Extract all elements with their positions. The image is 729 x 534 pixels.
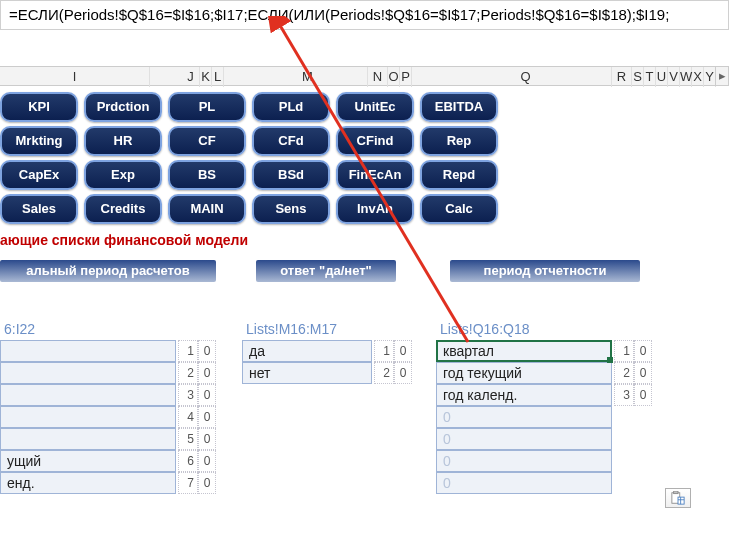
- nav-btn-unitec[interactable]: UnitEc: [336, 92, 414, 122]
- nav-button-grid: KPIPrdctionPLPLdUnitEcEBITDAMrktingHRCFC…: [0, 92, 498, 224]
- list-item[interactable]: год текущий20: [436, 362, 652, 384]
- header-period-calc: альный период расчетов: [0, 260, 216, 282]
- list-item[interactable]: 0: [436, 406, 652, 428]
- nav-btn-pld[interactable]: PLd: [252, 92, 330, 122]
- col-header-N[interactable]: N: [368, 67, 388, 87]
- cell-index: 7: [178, 472, 198, 494]
- nav-btn-rep[interactable]: Rep: [420, 126, 498, 156]
- col-header-S[interactable]: S: [632, 67, 644, 87]
- list-item[interactable]: квартал10: [436, 340, 652, 362]
- cell-value[interactable]: [0, 362, 176, 384]
- cell-index: 3: [178, 384, 198, 406]
- formula-bar[interactable]: =ЕСЛИ(Periods!$Q$16=$I$16;$I17;ЕСЛИ(ИЛИ(…: [0, 0, 729, 30]
- cell-flag: 0: [394, 362, 412, 384]
- cell-value[interactable]: ущий: [0, 450, 176, 472]
- cell-value[interactable]: [0, 406, 176, 428]
- section-title: ающие списки финансовой модели: [0, 232, 248, 248]
- nav-btn-calc[interactable]: Calc: [420, 194, 498, 224]
- nav-btn-mrkting[interactable]: Mrkting: [0, 126, 78, 156]
- col-header-U[interactable]: U: [656, 67, 668, 87]
- cell-index: 6: [178, 450, 198, 472]
- list-item[interactable]: 0: [436, 428, 652, 450]
- nav-btn-bsd[interactable]: BSd: [252, 160, 330, 190]
- col-header-O[interactable]: O: [388, 67, 400, 87]
- nav-btn-ebitda[interactable]: EBITDA: [420, 92, 498, 122]
- cell-index: 2: [178, 362, 198, 384]
- cell-value[interactable]: енд.: [0, 472, 176, 494]
- col-header-P[interactable]: P: [400, 67, 412, 87]
- nav-btn-finecan[interactable]: FinEcAn: [336, 160, 414, 190]
- header-report-period: период отчетности: [450, 260, 640, 282]
- list-item[interactable]: ущий60: [0, 450, 216, 472]
- cell-flag: 0: [198, 384, 216, 406]
- cell-index: 4: [178, 406, 198, 428]
- paste-options-button[interactable]: [665, 488, 691, 508]
- cell-value[interactable]: 0: [436, 428, 612, 450]
- list-yes-no: Lists!M16:M17да10нет20: [242, 318, 422, 384]
- list-item[interactable]: 20: [0, 362, 216, 384]
- cell-index: 3: [614, 384, 634, 406]
- list-item[interactable]: 40: [0, 406, 216, 428]
- nav-btn-kpi[interactable]: KPI: [0, 92, 78, 122]
- list-item[interactable]: 0: [436, 450, 652, 472]
- cell-value[interactable]: [0, 384, 176, 406]
- list-item[interactable]: 10: [0, 340, 216, 362]
- list-item[interactable]: 50: [0, 428, 216, 450]
- cell-value[interactable]: нет: [242, 362, 372, 384]
- scroll-right-button[interactable]: ▸: [715, 66, 729, 86]
- nav-btn-main[interactable]: MAIN: [168, 194, 246, 224]
- nav-btn-bs[interactable]: BS: [168, 160, 246, 190]
- nav-btn-cf[interactable]: CF: [168, 126, 246, 156]
- nav-btn-hr[interactable]: HR: [84, 126, 162, 156]
- nav-btn-exp[interactable]: Exp: [84, 160, 162, 190]
- cell-value[interactable]: 0: [436, 472, 612, 494]
- cell-index: 2: [614, 362, 634, 384]
- list-item[interactable]: год календ.30: [436, 384, 652, 406]
- nav-btn-pl[interactable]: PL: [168, 92, 246, 122]
- nav-btn-credits[interactable]: Credits: [84, 194, 162, 224]
- nav-btn-invan[interactable]: InvAn: [336, 194, 414, 224]
- col-header-T[interactable]: T: [644, 67, 656, 87]
- cell-flag: 0: [394, 340, 412, 362]
- list-item[interactable]: нет20: [242, 362, 422, 384]
- nav-btn-repd[interactable]: Repd: [420, 160, 498, 190]
- col-header-X[interactable]: X: [692, 67, 704, 87]
- nav-btn-prdction[interactable]: Prdction: [84, 92, 162, 122]
- nav-btn-sales[interactable]: Sales: [0, 194, 78, 224]
- list-item[interactable]: 0: [436, 472, 652, 494]
- list-item[interactable]: енд.70: [0, 472, 216, 494]
- col-header-W[interactable]: W: [680, 67, 692, 87]
- col-header-M[interactable]: M: [248, 67, 368, 87]
- cell-flag: 0: [198, 428, 216, 450]
- col-header-V[interactable]: V: [668, 67, 680, 87]
- cell-index: 5: [178, 428, 198, 450]
- nav-btn-sens[interactable]: Sens: [252, 194, 330, 224]
- col-header-R[interactable]: R: [612, 67, 632, 87]
- nav-btn-cfd[interactable]: CFd: [252, 126, 330, 156]
- cell-flag: 0: [198, 340, 216, 362]
- column-headers: IJKLMNOPQRSTUVWXY: [0, 66, 729, 86]
- cell-value[interactable]: год календ.: [436, 384, 612, 406]
- cell-value[interactable]: да: [242, 340, 372, 362]
- cell-value[interactable]: квартал: [436, 340, 612, 362]
- cell-flag: 0: [634, 362, 652, 384]
- nav-btn-capex[interactable]: CapEx: [0, 160, 78, 190]
- col-header-Q[interactable]: Q: [440, 67, 612, 87]
- col-header-I[interactable]: I: [0, 67, 150, 87]
- cell-value[interactable]: [0, 340, 176, 362]
- cell-value[interactable]: [0, 428, 176, 450]
- cell-value[interactable]: год текущий: [436, 362, 612, 384]
- cell-flag: 0: [634, 384, 652, 406]
- cell-value[interactable]: 0: [436, 406, 612, 428]
- list-item[interactable]: да10: [242, 340, 422, 362]
- cell-value[interactable]: 0: [436, 450, 612, 472]
- cell-index: 2: [374, 362, 394, 384]
- cell-flag: 0: [198, 472, 216, 494]
- col-header-K[interactable]: K: [200, 67, 212, 87]
- col-header-J[interactable]: J: [182, 67, 200, 87]
- list-item[interactable]: 30: [0, 384, 216, 406]
- header-yes-no: ответ "да/нет": [256, 260, 396, 282]
- cell-index: 1: [178, 340, 198, 362]
- nav-btn-cfind[interactable]: CFind: [336, 126, 414, 156]
- col-header-L[interactable]: L: [212, 67, 224, 87]
